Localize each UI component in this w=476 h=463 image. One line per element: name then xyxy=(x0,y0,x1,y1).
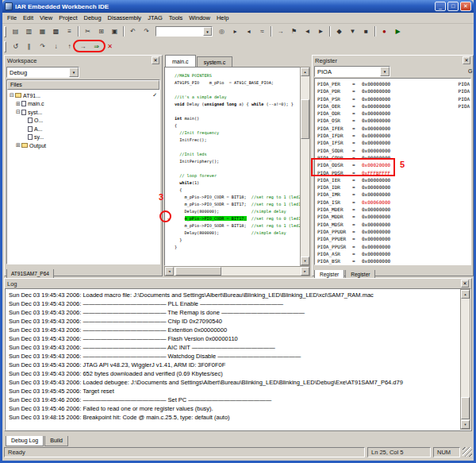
menu-edit[interactable]: Edit xyxy=(20,14,36,21)
toolbar-grip[interactable] xyxy=(4,26,6,37)
title-bar[interactable]: IAR Embedded Workbench IDE _ □ ✕ xyxy=(2,0,474,13)
chevron-down-icon[interactable]: ▾ xyxy=(380,67,390,76)
chevron-down-icon[interactable]: ▾ xyxy=(69,68,79,77)
register-row[interactable]: PIOA_OER=0x00000000PIOA xyxy=(317,102,470,110)
cut-button[interactable]: ✂ xyxy=(81,25,94,37)
next-bookmark-button[interactable]: ► xyxy=(314,25,328,37)
replace-button[interactable]: ≈ xyxy=(255,25,269,37)
scrollbar-thumb[interactable] xyxy=(461,397,470,419)
menu-disassembly[interactable]: Disassembly xyxy=(105,14,145,21)
tree-item[interactable]: sy... xyxy=(7,133,159,142)
redo-button[interactable]: ↷ xyxy=(140,25,153,37)
register-row[interactable]: PIOA_PPUER=0x00000000 xyxy=(317,235,470,242)
toolbar-grip[interactable] xyxy=(4,41,6,52)
editor-horizontal-scrollbar[interactable]: ◄ ► xyxy=(164,266,310,276)
scroll-up-icon[interactable]: ▲ xyxy=(301,68,309,76)
register-row[interactable]: PIOA_MDER=0x00000000 xyxy=(317,206,470,213)
undo-button[interactable]: ↶ xyxy=(126,25,140,37)
menu-file[interactable]: File xyxy=(4,14,20,21)
register-row[interactable]: PIOA_PPUSR=0x00000000 xyxy=(317,243,470,250)
close-register-icon[interactable]: ✕ xyxy=(463,56,470,64)
toggle-bookmark-button[interactable]: ⚑ xyxy=(287,25,301,37)
expander-icon[interactable]: ⊟ xyxy=(15,109,21,115)
code-area[interactable]: //MAIN POINTERSAT91PS_PIO m_pPio = AT91C… xyxy=(164,67,300,266)
scroll-down-icon[interactable]: ▼ xyxy=(461,420,470,429)
register-row[interactable]: PIOA_PDR=0x00000000PIOA xyxy=(317,87,470,95)
make-button[interactable]: ▼ xyxy=(346,25,359,37)
close-workspace-icon[interactable]: ✕ xyxy=(152,56,159,64)
reset-button[interactable]: ↺ xyxy=(9,41,22,52)
tree-item[interactable]: ⊟AT91...✓ xyxy=(7,91,159,100)
find-next-button[interactable]: ▸ xyxy=(228,25,242,37)
open-file-button[interactable]: ▥ xyxy=(22,25,36,37)
register-row[interactable]: PIOA_BSR=0x00000000 xyxy=(317,257,470,264)
new-document-button[interactable]: ▤ xyxy=(9,25,22,37)
register-row[interactable]: PIOA_ISR=0x00060000 xyxy=(317,199,470,206)
find-combo[interactable]: ▾ xyxy=(155,26,213,37)
register-row[interactable]: PIOA_PDSR=0xFFFBFFFF xyxy=(317,169,470,176)
tab-system-c[interactable]: system.c xyxy=(197,56,233,67)
tab-main-c[interactable]: main.c xyxy=(165,55,196,67)
log-vertical-scrollbar[interactable]: ▲ ▼ xyxy=(460,289,470,430)
register-row[interactable]: PIOA_IDR=0x00000000 xyxy=(317,183,470,191)
tree-item[interactable]: O... xyxy=(7,117,159,125)
register-row[interactable]: PIOA_IFER=0x00000000 xyxy=(317,125,470,132)
register-row[interactable]: PIOA_CODR=0x00000000 xyxy=(317,154,470,161)
save-all-button[interactable]: ▩ xyxy=(49,25,63,37)
menu-jtag[interactable]: JTAG xyxy=(144,14,166,21)
breakpoint-icon[interactable]: ✕ xyxy=(167,216,171,222)
debug-button[interactable]: ▶ xyxy=(391,25,405,37)
break-button[interactable]: ∥ xyxy=(22,41,36,52)
register-group-select[interactable]: PIOA ▾ xyxy=(314,66,390,77)
tree-item[interactable]: ⊟syst... xyxy=(7,108,159,117)
register-row[interactable]: PIOA_PPUDR=0x00000000 xyxy=(317,228,470,235)
step-over-button[interactable]: ↷ xyxy=(36,41,49,52)
expander-icon[interactable]: ⊞ xyxy=(15,142,21,149)
close-button[interactable]: ✕ xyxy=(460,2,471,11)
scroll-right-icon[interactable]: ► xyxy=(301,267,309,276)
stop-debugging-button[interactable]: ✕ xyxy=(103,41,117,52)
minimize-button[interactable]: _ xyxy=(435,2,446,11)
editor-vertical-scrollbar[interactable]: ▲ ▼ xyxy=(300,67,310,266)
register-row[interactable]: PIOA_MDSR=0x00000000 xyxy=(317,221,470,228)
register-row[interactable]: PIOA_ASR=0x00000000 xyxy=(317,250,470,257)
scrollbar-thumb[interactable] xyxy=(175,267,221,276)
save-button[interactable]: ▦ xyxy=(36,25,49,37)
scroll-down-icon[interactable]: ▼ xyxy=(301,257,309,265)
chevron-down-icon[interactable]: ▾ xyxy=(203,27,212,36)
scrollbar-thumb[interactable] xyxy=(301,99,309,139)
register-row[interactable]: PIOA_IFSR=0x00000000 xyxy=(317,139,470,146)
menu-window[interactable]: Window xyxy=(186,14,213,21)
menu-view[interactable]: View xyxy=(36,14,56,21)
register-row[interactable]: PIOA_MDDR=0x00000000 xyxy=(317,213,470,220)
register-row[interactable]: PIOA_SODR=0x00000000 xyxy=(317,147,470,154)
find-button[interactable]: ◎ xyxy=(215,25,228,37)
copy-button[interactable]: ⊞ xyxy=(94,25,108,37)
resize-grip[interactable] xyxy=(463,447,472,457)
menu-project[interactable]: Project xyxy=(56,14,80,21)
step-out-button[interactable]: ↑ xyxy=(63,41,76,52)
go-button[interactable]: ⇒ xyxy=(90,41,103,52)
log-messages[interactable]: ▲ ▼ Sun Dec 03 19:45:43 2006: Loaded mac… xyxy=(5,288,471,430)
maximize-button[interactable]: □ xyxy=(447,2,459,11)
run-to-cursor-button[interactable]: → xyxy=(76,41,90,52)
register-row[interactable]: PIOA_PER=0x00000000PIOA xyxy=(317,80,470,87)
register-row[interactable]: PIOA_ODR=0x00000000 xyxy=(317,110,470,117)
expander-icon[interactable]: ⊞ xyxy=(15,101,21,107)
menu-debug[interactable]: Debug xyxy=(81,14,105,21)
expander-icon[interactable]: ⊟ xyxy=(9,92,15,98)
tree-item[interactable]: ⊞Output xyxy=(7,141,159,150)
go-to-line-button[interactable]: → xyxy=(274,25,287,37)
step-into-button[interactable]: ↓ xyxy=(49,41,63,52)
workspace-config-select[interactable]: Debug ▾ xyxy=(6,67,79,78)
register-row[interactable]: PIOA_IMR=0x00000000 xyxy=(317,191,470,198)
tree-item[interactable]: A... xyxy=(7,125,159,133)
register-row[interactable]: PIOA_OSR=0x00000000 xyxy=(317,117,470,124)
scroll-left-icon[interactable]: ◄ xyxy=(165,267,174,276)
find-previous-button[interactable]: ◂ xyxy=(242,25,255,37)
previous-bookmark-button[interactable]: ◄ xyxy=(301,25,314,37)
register-row[interactable]: PIOA_PSR=0x00000000PIOA xyxy=(317,95,470,102)
register-row[interactable]: PIOA_ODSR=0x00020000 xyxy=(317,161,470,168)
register-row[interactable]: PIOA_IFDR=0x00000000 xyxy=(317,132,470,139)
tree-item[interactable]: ⊞main.c xyxy=(7,100,159,109)
